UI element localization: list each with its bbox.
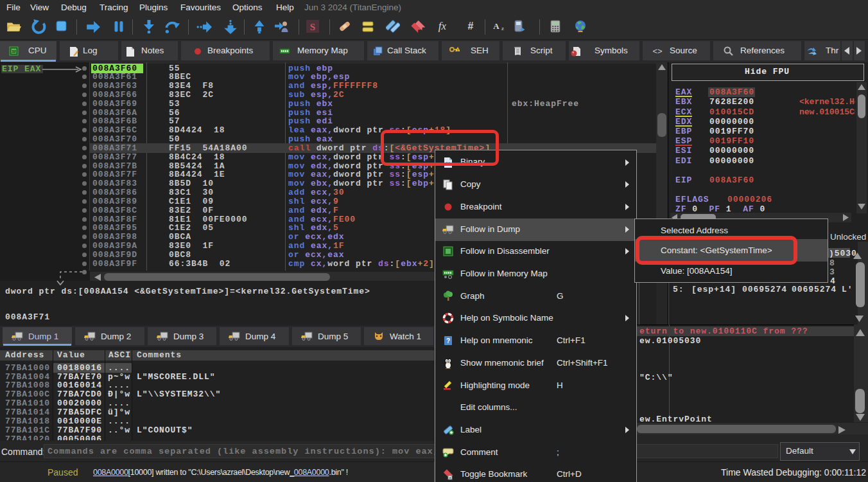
svg-text:a: a (449, 476, 451, 479)
svg-text:?: ? (446, 337, 450, 344)
svg-text:z: z (501, 25, 504, 31)
svg-text:S: S (310, 22, 315, 32)
svg-text:A: A (493, 21, 499, 31)
svg-text:32: 32 (12, 49, 16, 53)
svg-text:fx: fx (438, 20, 447, 32)
svg-text:#: # (468, 21, 474, 31)
svg-text:!: ! (457, 48, 458, 52)
svg-text:<>: <> (652, 46, 662, 56)
